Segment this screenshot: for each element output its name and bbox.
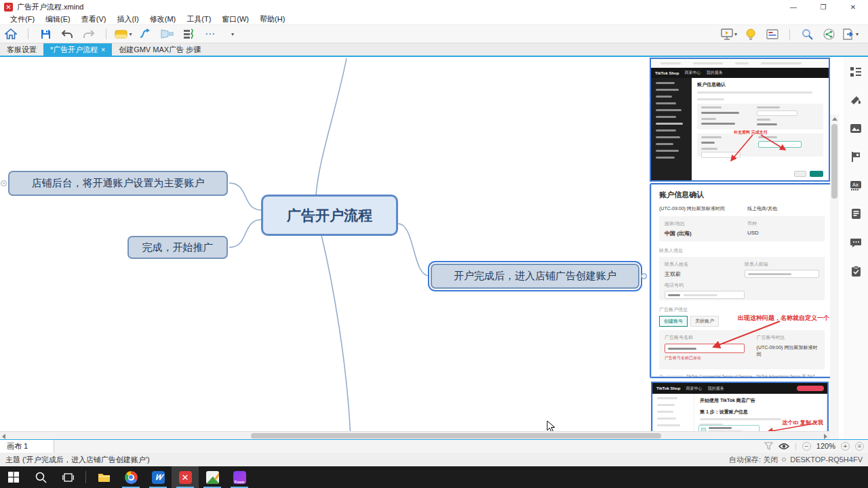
- outline-button[interactable]: [180, 26, 197, 42]
- my-services-nav-2: 我的服务: [707, 386, 724, 392]
- ads-start-title: 开始使用 TikTok 商店广告: [700, 397, 822, 404]
- fit-map-button[interactable]: ≡: [855, 442, 864, 451]
- more-caret-icon[interactable]: ▾: [223, 26, 241, 42]
- topic-handle-icon[interactable]: [641, 273, 647, 279]
- menu-edit[interactable]: 编辑(E): [41, 14, 75, 25]
- photo-editor-button[interactable]: [199, 466, 226, 488]
- menu-file[interactable]: 文件(F): [5, 14, 39, 25]
- export-button[interactable]: ▾: [842, 26, 859, 43]
- maximize-button[interactable]: ❐: [808, 0, 838, 14]
- foun-app-button[interactable]: Foun: [226, 466, 253, 488]
- red-arrow-middle: [704, 320, 785, 352]
- redo-button[interactable]: [80, 26, 98, 42]
- collapse-handle-icon[interactable]: +: [1, 180, 7, 186]
- vertical-scrollbar-thumb[interactable]: [831, 124, 837, 199]
- blue-swirl-app-button[interactable]: 𝘞: [144, 466, 172, 488]
- tab-chuangjian-gmv-max[interactable]: 创建GMV MAX广告 步骤: [112, 43, 208, 56]
- attached-image-top[interactable]: TikTok Shop 商家中心 我的服务 账户信息确认: [650, 58, 830, 182]
- red-arrows-top: [698, 132, 827, 173]
- save-button[interactable]: [37, 26, 54, 42]
- comment-icon[interactable]: [850, 237, 862, 248]
- idea-bulb-button[interactable]: [742, 26, 760, 43]
- filter-icon[interactable]: [764, 442, 773, 450]
- search-button[interactable]: [798, 26, 816, 43]
- start-button[interactable]: [0, 466, 27, 488]
- zoom-in-button[interactable]: +: [841, 442, 850, 451]
- document-tabbar: 客服设置 *广告开户流程× 创建GMV MAX广告 步骤: [0, 43, 868, 57]
- topic-open-account-done[interactable]: 开户完成后，进入店铺广告创建账户: [431, 264, 639, 289]
- share-button[interactable]: [820, 26, 837, 43]
- xmind-app-icon: ✕: [4, 3, 13, 12]
- tab-kefu-shezhi[interactable]: 客服设置: [0, 43, 43, 56]
- window-titlebar: ✕ 广告开户流程.xmind — ❐ ✕: [0, 0, 868, 14]
- structure-icon[interactable]: [850, 66, 862, 77]
- tab-close-icon[interactable]: ×: [101, 46, 105, 54]
- home-button[interactable]: [2, 26, 20, 42]
- export-caret-icon: ▾: [856, 31, 859, 37]
- attached-image-bottom[interactable]: TikTok Shop 商家中心 我的服务 开始使用 TikTok 商店广告 第…: [651, 382, 829, 437]
- modal-title: 账户信息确认: [697, 81, 823, 88]
- vertical-scrollbar[interactable]: [830, 115, 839, 439]
- central-topic[interactable]: 广告开户流程: [261, 195, 398, 236]
- central-topic-label: 广告开户流程: [287, 206, 372, 225]
- phone-field[interactable]: [665, 291, 745, 299]
- style-brush-icon[interactable]: [850, 95, 862, 106]
- topic-shop-backend[interactable]: 店铺后台，将开通账户设置为主要账户: [8, 171, 228, 196]
- task-view-button[interactable]: [54, 466, 81, 488]
- file-explorer-button[interactable]: [90, 466, 117, 488]
- cancel-button-mini[interactable]: [794, 171, 806, 177]
- seller-center-nav: 商家中心: [684, 70, 701, 76]
- contact-name-label: 联系人姓名: [665, 261, 745, 268]
- sheet-button[interactable]: ▾: [115, 26, 132, 42]
- topic-finish-promote[interactable]: 完成，开始推广: [127, 236, 228, 259]
- notes-button[interactable]: [764, 26, 781, 43]
- sheet-tab-canvas1[interactable]: 画布 1: [0, 440, 54, 453]
- menu-help[interactable]: 帮助(H): [255, 14, 290, 25]
- menu-insert[interactable]: 插入(I): [112, 14, 143, 25]
- tiktok-shop-logo: TikTok Shop: [655, 71, 679, 75]
- menu-view[interactable]: 查看(V): [77, 14, 111, 25]
- minimize-button[interactable]: —: [778, 0, 808, 14]
- zoom-out-button[interactable]: −: [802, 442, 811, 451]
- presentation-button[interactable]: ▾: [720, 26, 738, 43]
- business-type-value: 线上电商/其他: [747, 205, 777, 212]
- undo-button[interactable]: [58, 26, 76, 42]
- menu-tools[interactable]: 工具(T): [182, 14, 216, 25]
- more-tools-button[interactable]: ⋯: [201, 26, 219, 42]
- relationship-button[interactable]: [136, 26, 154, 42]
- menu-window[interactable]: 窗口(W): [217, 14, 254, 25]
- confirm-button-mini[interactable]: [810, 171, 823, 177]
- step1-title: 第 1 步：设置账户信息: [700, 409, 822, 415]
- mindmap-canvas[interactable]: 店铺后台，将开通账户设置为主要账户 + 完成，开始推广 广告开户流程 开户完成后…: [0, 57, 868, 439]
- taskbar-search-button[interactable]: [27, 466, 54, 488]
- scroll-right-icon[interactable]: [824, 434, 827, 439]
- contact-email-field[interactable]: [745, 270, 819, 278]
- image-icon[interactable]: [850, 123, 862, 134]
- terms-text: TikTok Commercial Terms of Service、TikTo…: [686, 373, 815, 378]
- horizontal-scrollbar-thumb[interactable]: [251, 433, 661, 439]
- create-account-tab[interactable]: 创建账号: [659, 316, 688, 327]
- xmind-taskbar-button[interactable]: ✕: [172, 466, 199, 488]
- horizontal-scrollbar[interactable]: [0, 431, 830, 439]
- scroll-up-icon[interactable]: [832, 117, 837, 121]
- scroll-left-icon[interactable]: [2, 434, 5, 439]
- my-services-nav: 我的服务: [706, 70, 722, 76]
- seller-center-nav-2: 商家中心: [686, 386, 702, 392]
- country-label: 国家/地区: [665, 220, 747, 227]
- terms-checkbox[interactable]: [659, 375, 663, 379]
- note-doc-icon[interactable]: [851, 208, 861, 220]
- marker-flag-icon[interactable]: [850, 151, 861, 163]
- sticker-label-icon[interactable]: Aa: [850, 180, 862, 190]
- attached-image-middle[interactable]: 账户信息确认 (UTC-09:00) 阿拉斯加标准时间 线上电商/其他 国家/地…: [650, 183, 834, 378]
- menu-modify[interactable]: 修改(M): [145, 14, 181, 25]
- summary-button[interactable]: [158, 26, 176, 42]
- tab-guanggao-kaihu-liucheng[interactable]: *广告开户流程×: [43, 43, 112, 56]
- pitch-eye-icon[interactable]: [778, 443, 789, 450]
- zoom-level[interactable]: 120%: [816, 442, 835, 450]
- close-button[interactable]: ✕: [838, 0, 868, 14]
- device-name: DESKTOP-RQ5H4FV: [790, 455, 863, 464]
- autosave-status[interactable]: 自动保存: 关闭: [729, 455, 778, 465]
- chrome-button[interactable]: [117, 466, 144, 488]
- task-clipboard-icon[interactable]: [851, 266, 861, 277]
- foun-label: Foun: [235, 480, 245, 484]
